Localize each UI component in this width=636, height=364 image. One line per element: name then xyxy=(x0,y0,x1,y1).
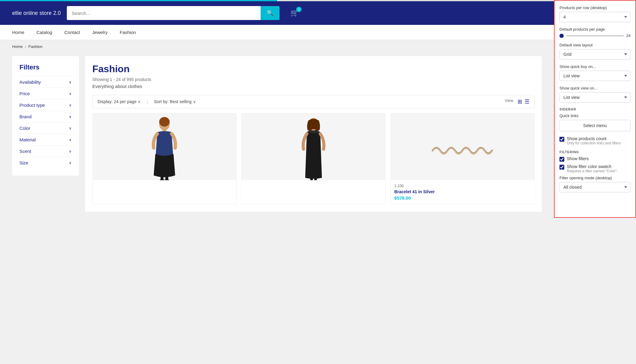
quick-view-select[interactable]: List view All views None xyxy=(559,92,631,103)
sort-label[interactable]: Sort by: Best selling ∨ xyxy=(154,99,196,104)
quick-buy-select[interactable]: List view All views None xyxy=(559,71,631,81)
filter-opening-mode-select[interactable]: All closed All open First open xyxy=(559,182,631,192)
product-card-2[interactable] xyxy=(241,113,386,204)
filter-opening-mode-label: Filter opening mode (desktop) xyxy=(559,176,631,180)
show-filter-color-swatch-sublabel: Requires a filter named "Color". xyxy=(567,169,618,173)
products-title: Fashion xyxy=(92,63,535,75)
show-filters-label: Show filters xyxy=(567,156,589,161)
cart-badge: 0 xyxy=(296,7,302,12)
products-area: Fashion Showing 1 - 24 of 995 products E… xyxy=(85,56,542,212)
cart-icon[interactable]: 🛒 0 xyxy=(290,9,299,17)
filter-brand-chevron: ∨ xyxy=(69,115,72,119)
filter-price[interactable]: Price ∨ xyxy=(19,88,72,99)
filter-opening-mode-group: Filter opening mode (desktop) All closed… xyxy=(559,176,631,192)
filter-product-type-chevron: ∨ xyxy=(69,103,72,107)
store-nav: Home Catalog Contact Jewelry Fashion xyxy=(0,25,554,40)
filter-color[interactable]: Color ∨ xyxy=(19,122,72,134)
breadcrumb: Home › Fashion xyxy=(0,40,554,53)
filter-material[interactable]: Material ∨ xyxy=(19,134,72,145)
filter-brand-label: Brand xyxy=(19,114,32,119)
nav-fashion[interactable]: Fashion xyxy=(120,25,136,40)
settings-panel: Products per row (desktop) 4 2 3 5 Defau… xyxy=(554,0,636,218)
product-info-2 xyxy=(242,180,385,187)
grid-view-icon[interactable]: ⊞ xyxy=(518,98,522,105)
show-filter-color-swatch-label: Show filter color swatch xyxy=(567,164,618,169)
list-view-icon[interactable]: ☰ xyxy=(525,98,529,105)
filtering-section-header: FILTERING xyxy=(559,150,631,154)
select-menu-button[interactable]: Select menu xyxy=(559,120,631,131)
slider-track[interactable] xyxy=(566,35,624,36)
quick-links-group: Quick links Select menu xyxy=(559,113,631,131)
product-name-3[interactable]: Bracelet 41 in Silver xyxy=(394,189,531,194)
breadcrumb-current: Fashion xyxy=(28,44,42,49)
filter-product-type[interactable]: Product type ∨ xyxy=(19,99,72,111)
sidebar-section-header: SIDEBAR xyxy=(559,107,631,111)
slider-row: 24 xyxy=(559,33,631,38)
filter-material-chevron: ∨ xyxy=(69,138,72,142)
slider-thumb xyxy=(559,34,564,38)
products-grid: 1-100 Bracelet 41 in Silver $578.00 xyxy=(92,113,535,204)
toolbar-divider1: | xyxy=(147,99,148,104)
svg-rect-11 xyxy=(310,177,313,180)
product-card-1[interactable] xyxy=(92,113,237,204)
show-filter-color-swatch-text: Show filter color swatch Requires a filt… xyxy=(567,164,618,173)
nav-jewelry[interactable]: Jewelry xyxy=(92,25,108,40)
view-icons: View ⊞ ☰ xyxy=(505,98,529,105)
products-per-row-group: Products per row (desktop) 4 2 3 5 xyxy=(559,5,631,22)
show-products-count-label: Show products count xyxy=(567,136,621,141)
product-image-1 xyxy=(93,113,236,180)
default-per-page-group: Default products per page 24 xyxy=(559,27,631,38)
filter-scent-label: Scent xyxy=(19,149,31,154)
store-header: ellie online store 2.0 🔍 🛒 0 xyxy=(0,1,554,25)
slider-value: 24 xyxy=(626,33,631,38)
display-label[interactable]: Display: 24 per page ∨ xyxy=(97,99,141,104)
quick-links-label: Quick links xyxy=(559,113,631,118)
filter-size[interactable]: Size ∨ xyxy=(19,157,72,168)
search-button[interactable]: 🔍 xyxy=(261,6,279,20)
default-view-select[interactable]: Grid List xyxy=(559,49,631,59)
filter-material-label: Material xyxy=(19,137,36,142)
search-bar: 🔍 xyxy=(67,6,279,20)
page-body: Filters Availability ∨ Price ∨ Product t… xyxy=(0,53,554,218)
show-filters-checkbox[interactable] xyxy=(559,157,564,162)
filter-price-label: Price xyxy=(19,91,30,96)
svg-point-2 xyxy=(159,117,170,126)
filter-size-chevron: ∨ xyxy=(69,161,72,165)
default-view-group: Default view layout Grid List xyxy=(559,43,631,59)
svg-rect-13 xyxy=(425,113,499,180)
show-filter-color-swatch-checkbox[interactable] xyxy=(559,165,564,170)
nav-catalog[interactable]: Catalog xyxy=(36,25,52,40)
filter-color-chevron: ∨ xyxy=(69,126,72,130)
product-image-2 xyxy=(242,113,385,180)
nav-home[interactable]: Home xyxy=(12,25,24,40)
product-info-1 xyxy=(93,180,236,187)
products-count: Showing 1 - 24 of 995 products xyxy=(92,77,535,82)
products-per-row-select[interactable]: 4 2 3 5 xyxy=(559,12,631,22)
filter-availability-chevron: ∨ xyxy=(69,80,72,84)
show-products-count-checkbox[interactable] xyxy=(559,137,564,142)
filter-size-label: Size xyxy=(19,160,28,165)
quick-view-group: Show quick view on... List view All view… xyxy=(559,86,631,103)
filters-panel: Filters Availability ∨ Price ∨ Product t… xyxy=(12,56,79,176)
product-num-3: 1-100 xyxy=(394,184,531,188)
product-price-3: $578.00 xyxy=(394,195,531,201)
filter-scent[interactable]: Scent ∨ xyxy=(19,145,72,157)
filter-color-label: Color xyxy=(19,126,30,131)
filter-scent-chevron: ∨ xyxy=(69,149,72,153)
product-card-3[interactable]: 1-100 Bracelet 41 in Silver $578.00 xyxy=(390,113,535,204)
nav-contact[interactable]: Contact xyxy=(64,25,80,40)
search-input[interactable] xyxy=(67,7,261,19)
quick-buy-label: Show quick buy on... xyxy=(559,64,631,69)
show-products-count-row: Show products count Only for collection … xyxy=(559,136,631,145)
view-label: View xyxy=(505,98,513,105)
filters-title: Filters xyxy=(19,63,72,71)
breadcrumb-home[interactable]: Home xyxy=(12,44,23,49)
products-description: Everything about clothes xyxy=(92,84,535,89)
quick-view-label: Show quick view on... xyxy=(559,86,631,90)
filter-price-chevron: ∨ xyxy=(69,92,72,96)
filter-product-type-label: Product type xyxy=(19,103,45,108)
store-logo: ellie online store 2.0 xyxy=(12,10,61,16)
products-toolbar: Display: 24 per page ∨ | Sort by: Best s… xyxy=(92,95,535,108)
filter-brand[interactable]: Brand ∨ xyxy=(19,111,72,122)
filter-availability[interactable]: Availability ∨ xyxy=(19,76,72,88)
